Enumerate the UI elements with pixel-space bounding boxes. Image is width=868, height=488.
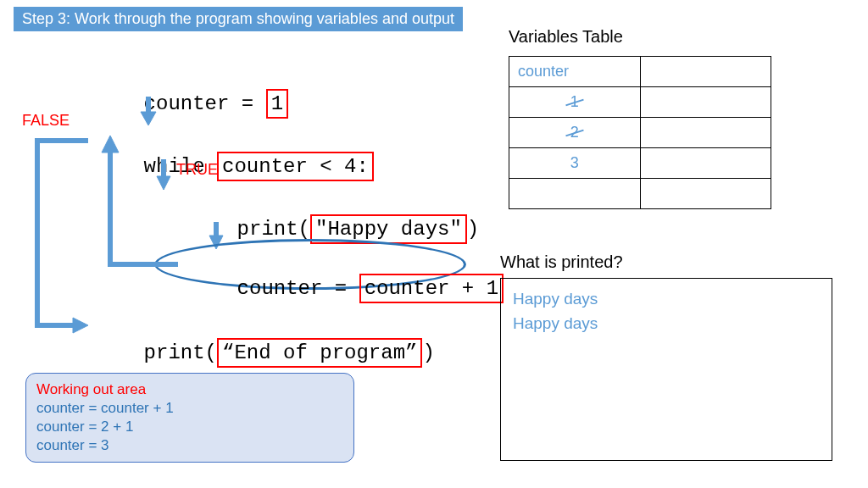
var-cell	[509, 179, 641, 209]
struck-value: 1	[570, 93, 579, 111]
table-row: 2	[509, 118, 771, 148]
code-l5-post: )	[422, 341, 434, 364]
code-l4-pre: counter =	[237, 277, 359, 300]
table-row	[509, 179, 771, 209]
var-cell: 2	[509, 118, 641, 148]
svg-marker-7	[73, 318, 88, 333]
table-row: 1	[509, 87, 771, 118]
arrow-loop-back-icon	[90, 132, 183, 271]
false-label: FALSE	[22, 112, 70, 130]
code-l1-box: 1	[266, 89, 288, 119]
working-line: counter = 2 + 1	[36, 418, 343, 436]
code-l5-pre: print(	[144, 341, 217, 364]
var-cell	[640, 148, 771, 179]
var-cell: 1	[509, 87, 641, 118]
table-row: 3	[509, 148, 771, 179]
svg-marker-1	[141, 112, 156, 125]
var-cell	[640, 179, 771, 209]
code-l5-box: “End of program”	[217, 338, 422, 368]
code-l3-post: )	[467, 218, 479, 241]
var-cell	[640, 87, 771, 118]
table-row: counter	[509, 57, 771, 87]
var-cell	[640, 118, 771, 148]
code-l1-pre: counter =	[144, 92, 266, 115]
var-cell: 3	[509, 148, 641, 179]
printed-line: Happy days	[513, 312, 820, 336]
working-title: Working out area	[36, 380, 343, 399]
printed-line: Happy days	[513, 287, 820, 312]
step-header: Step 3: Work through the program showing…	[14, 7, 463, 31]
svg-marker-6	[102, 136, 119, 152]
variables-table: counter 1 2 3	[509, 56, 771, 209]
code-l2-box: counter < 4:	[217, 152, 374, 181]
arrow-down-icon	[136, 95, 161, 127]
code-flow-area: counter = 1 while counter < 4: TRUE prin…	[34, 59, 492, 364]
printed-title: What is printed?	[500, 252, 623, 272]
working-line: counter = 3	[36, 436, 343, 455]
code-l3-pre: print(	[237, 218, 310, 241]
printed-output-box: Happy days Happy days	[500, 278, 832, 461]
variables-title: Variables Table	[509, 27, 623, 47]
struck-value: 2	[570, 124, 579, 141]
code-l4-box: counter + 1	[359, 274, 504, 303]
var-header: counter	[509, 57, 641, 87]
working-line: counter = counter + 1	[36, 399, 343, 418]
arrow-false-icon	[27, 132, 95, 334]
working-out-box: Working out area counter = counter + 1 c…	[25, 373, 354, 463]
var-cell	[640, 57, 771, 87]
